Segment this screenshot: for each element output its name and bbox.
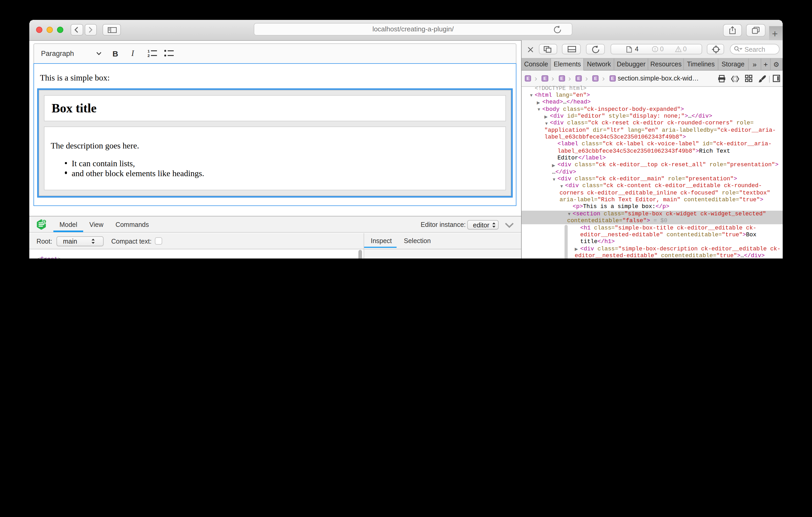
- svg-text:1: 1: [148, 50, 150, 53]
- svg-text:5: 5: [43, 219, 45, 223]
- svg-text:2: 2: [148, 53, 150, 57]
